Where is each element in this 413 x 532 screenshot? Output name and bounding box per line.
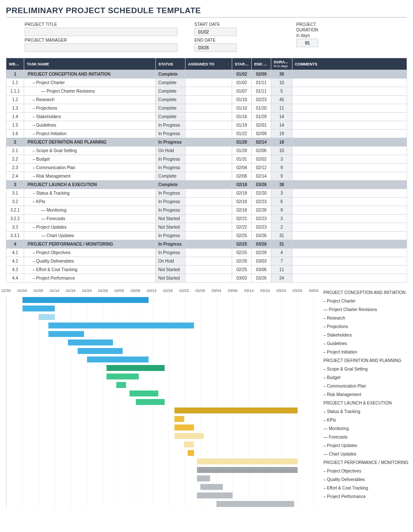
axis-tick: 03/29 [292,289,302,293]
gantt-bar[interactable] [216,501,294,507]
table-row[interactable]: 2.4– Risk ManagementComplete02/0602/149 [6,172,407,181]
page-title: PRELIMINARY PROJECT SCHEDULE TEMPLATE [6,6,407,18]
gantt-row [6,356,320,364]
table-row[interactable]: 1.1– Project CharterComplete01/0201/1110 [6,79,407,87]
table-row[interactable]: 3.2.2— ForecastsNot Started02/2102/233 [6,215,407,223]
table-row[interactable]: 1.6– Project InitiationIn Progress01/220… [6,130,407,138]
table-row[interactable]: 4.1– Project ObjectivesIn Progress02/250… [6,249,407,257]
gantt-bar[interactable] [174,424,194,430]
table-row[interactable]: 2.2– BudgetIn Progress01/3102/023 [6,155,407,164]
legend-item: – Project Charter [323,297,408,306]
gantt-bar[interactable] [129,391,159,396]
gantt-row [6,432,320,441]
project-manager-input[interactable] [25,43,177,52]
end-date-label: END DATE [194,38,279,42]
gantt-bar[interactable] [78,348,123,354]
gantt-bar[interactable] [107,365,165,371]
gantt-bar[interactable] [197,467,297,473]
legend-item: – KPIs [323,416,408,424]
table-row[interactable]: 3.2.1— MonitoringIn Progress02/1802/269 [6,206,407,215]
legend-item: – Project Initiation [323,348,408,357]
table-row[interactable]: 4.4– Project PerformanceNot Started03/03… [6,274,407,283]
legend-item: – Project Performance [323,492,408,501]
table-row[interactable]: 2.3– Communication PlanIn Progress02/040… [6,164,407,172]
end-date-input[interactable] [194,43,237,52]
axis-tick: 01/24 [82,289,92,293]
duration-unit: in days [296,33,373,38]
table-row[interactable]: 1PROJECT CONCEPTION AND INITIATIONComple… [6,70,407,79]
axis-tick: 02/28 [195,289,205,293]
table-row[interactable]: 4.3– Effort & Cost TrackingNot Started02… [6,266,407,274]
legend-item: – Quality Deliverables [323,475,408,484]
gantt-bar[interactable] [48,331,84,337]
legend-item: – Project Updates [323,441,408,450]
gantt-bar[interactable] [197,475,210,481]
gantt-bar[interactable] [174,433,204,439]
gantt-bar[interactable] [22,297,149,303]
col-status: STATUS [156,58,185,70]
gantt-bar[interactable] [107,374,139,379]
table-row[interactable]: 3.3.1— Chart UpdatesIn Progress02/2503/2… [6,232,407,240]
table-row[interactable]: 3.2– KPIsIn Progress02/1802/236 [6,198,407,206]
axis-tick: 03/14 [244,289,254,293]
legend-item: – Stakeholders [323,331,408,340]
gantt-row [6,483,320,492]
start-date-label: START DATE [194,22,279,27]
gantt-row [6,347,320,356]
gantt-bar[interactable] [184,441,194,447]
axis-tick: 01/04 [17,289,27,293]
table-row[interactable]: 4PROJECT PERFORMANCE / MONITORINGIn Prog… [6,240,407,249]
gantt-bar[interactable] [22,306,55,311]
gantt-row [6,373,320,381]
gantt-bar[interactable] [87,357,149,362]
table-row[interactable]: 1.5– GuidelinesIn Progress01/1902/0114 [6,121,407,130]
legend-item: – Communication Plan [323,382,408,391]
legend-item: – Projections [323,323,408,331]
axis-tick: 01/14 [50,289,59,293]
table-row[interactable]: 2.1– Scope & Goal SettingOn Hold01/2802/… [6,147,407,155]
gantt-row [6,415,320,424]
table-row[interactable]: 3.3– Project UpdatesNot Started02/2202/2… [6,223,407,232]
gantt-bar[interactable] [116,382,126,388]
axis-tick: 03/04 [212,289,222,293]
col-duration: DURATION in days [271,58,292,70]
table-row[interactable]: 1.1.1— Project Charter RevisionsComplete… [6,87,407,96]
tasks-table: WBS NO. TASK NAME STATUS ASSIGNED TO STA… [6,58,407,283]
axis-tick: 12/30 [1,289,11,293]
gantt-bar[interactable] [48,323,194,328]
duration-label-1: PROJECT [296,22,373,27]
legend-item: – Scope & Goal Setting [323,365,408,374]
legend-item: – Status & Tracking [323,407,408,416]
gantt-row [6,313,320,322]
legend-item: — Forecasts [323,433,408,441]
project-title-input[interactable] [25,28,177,36]
gantt-bar[interactable] [174,416,184,422]
gantt-bar[interactable] [197,492,233,498]
duration-input[interactable] [296,39,318,47]
gantt-bar[interactable] [200,484,223,490]
gantt-bar[interactable] [197,458,297,464]
table-row[interactable]: 3PROJECT LAUNCH & EXECUTIONComplete02/18… [6,181,407,189]
legend-item: — Project Charter Revisions [323,306,408,314]
table-row[interactable]: 1.3– ProjectionsComplete01/1001/2011 [6,104,407,113]
start-date-input[interactable] [194,28,237,36]
gantt-bar[interactable] [136,399,165,405]
axis-tick: 02/03 [115,289,124,293]
table-row[interactable]: 1.4– StakeholdersComplete01/1601/2914 [6,113,407,121]
gantt-bar[interactable] [39,314,55,320]
axis-tick: 03/19 [260,289,270,293]
table-row[interactable]: 2PROJECT DEFINITION AND PLANNINGIn Progr… [6,138,407,147]
gantt-bar[interactable] [188,450,194,456]
project-manager-label: PROJECT MANAGER [25,38,177,42]
legend-item: — Chart Updates [323,450,408,458]
table-row[interactable]: 1.2– ResearchComplete01/1002/2345 [6,96,407,104]
gantt-bar[interactable] [68,340,113,345]
table-row[interactable]: 3.1– Status & TrackingIn Progress02/1802… [6,189,407,198]
table-header-row: WBS NO. TASK NAME STATUS ASSIGNED TO STA… [6,58,407,70]
axis-tick: 01/19 [66,289,76,293]
legend-item: – Project Objectives [323,467,408,475]
gantt-row [6,381,320,390]
gantt-legend: PROJECT CONCEPTION AND INITIATION– Proje… [323,289,408,509]
table-row[interactable]: 4.2– Quality DeliverablesOn Hold02/2603/… [6,257,407,266]
gantt-bar[interactable] [174,407,298,413]
